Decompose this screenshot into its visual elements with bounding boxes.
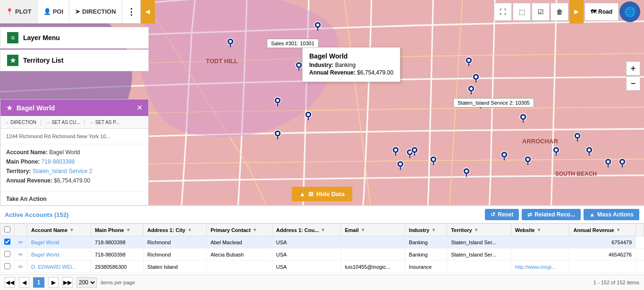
row-checkbox-2[interactable]	[4, 263, 10, 269]
row-account-name-0[interactable]: Bagel World	[27, 236, 91, 249]
delete-button[interactable]: 🗑	[551, 3, 568, 21]
territory-list-label: Territory List	[23, 57, 63, 64]
collapse-left-button[interactable]: ◄	[141, 0, 155, 24]
row-revenue-1: 46546276	[569, 249, 636, 261]
layer-menu-label: Layer Menu	[23, 34, 60, 41]
map-pin-8[interactable]	[430, 156, 437, 165]
plot-label: PLOT	[15, 8, 32, 15]
hide-data-label: Hide Data	[316, 191, 345, 198]
map-pin-16[interactable]	[585, 146, 593, 156]
per-page-select[interactable]: 200 100 50	[76, 277, 97, 288]
table-wrapper: Account Name ▼ Main Phone ▼ Address 1: C…	[0, 224, 644, 274]
row-website-0	[511, 236, 569, 249]
mass-label: Mass Actions	[597, 211, 634, 218]
map-pin-9[interactable]	[411, 146, 418, 156]
country-filter-icon[interactable]: ▼	[321, 227, 325, 232]
bagel-direction-label: DIRECTION	[10, 120, 36, 125]
territory-list-item[interactable]: ★ Territory List	[0, 50, 149, 71]
select-all-checkbox[interactable]	[4, 226, 10, 232]
active-accounts-label[interactable]: Active Accounts (152)	[5, 211, 68, 218]
map-pin-2[interactable]	[295, 61, 303, 71]
related-icon: ⇄	[527, 211, 532, 218]
collapse-right-button[interactable]: ►	[569, 0, 584, 24]
industry-filter-icon[interactable]: ▼	[432, 227, 436, 232]
map-pin-17[interactable]	[604, 158, 612, 167]
map-pin-13[interactable]	[524, 156, 532, 165]
poi-button[interactable]: 👤 POI	[38, 0, 69, 23]
map-pin-6[interactable]	[392, 146, 399, 156]
more-options-button[interactable]: ⋮	[122, 0, 141, 23]
check-button[interactable]: ☑	[532, 3, 550, 21]
row-account-name-1[interactable]: Bagel World	[27, 249, 91, 261]
prev-page-button[interactable]: ◀	[19, 277, 29, 288]
map-pin-1[interactable]	[227, 38, 234, 47]
row-account-name-2[interactable]: D. EDWARD WEI...	[27, 261, 91, 273]
bagel-revenue-value: $6,754,479.00	[54, 177, 90, 184]
road-view-button[interactable]: 🗺 Road	[585, 3, 619, 21]
direction-icon: ➤	[75, 8, 80, 15]
current-page[interactable]: 1	[33, 277, 44, 288]
map-pin-23[interactable]	[465, 57, 473, 66]
first-page-button[interactable]: ◀◀	[5, 277, 15, 288]
row-icon-cell: ✏	[15, 261, 27, 273]
row-edit-icon-1[interactable]: ✏	[18, 251, 23, 258]
primary-contact-filter-icon[interactable]: ▼	[253, 227, 257, 232]
globe-button[interactable]: 🌐	[619, 1, 640, 22]
row-contact-2	[206, 261, 272, 273]
crop-button[interactable]: ⬚	[513, 3, 531, 21]
sales-callout: Sales #301: 10301	[267, 39, 319, 48]
bagel-revenue-label: Annual Revenue:	[6, 177, 52, 184]
map-pin-12[interactable]	[500, 151, 508, 160]
row-checkbox-cell	[0, 236, 15, 249]
reset-button[interactable]: ↺ Reset	[485, 209, 519, 220]
map-pin-10[interactable]	[397, 160, 404, 170]
main-phone-filter-icon[interactable]: ▼	[126, 227, 131, 232]
bagel-set-p-button[interactable]: → SET AS P...	[89, 120, 119, 125]
map-pin-15[interactable]	[574, 132, 581, 141]
bagel-main-phone-value[interactable]: 718-9803398	[42, 158, 75, 165]
layer-menu-item[interactable]: ≡ Layer Menu	[0, 27, 149, 49]
map-pin-22[interactable]	[472, 73, 480, 83]
map-pin-5[interactable]	[274, 130, 281, 139]
city-filter-icon[interactable]: ▼	[187, 227, 192, 232]
hide-data-button[interactable]: ▲ ⊞ Hide Data	[292, 187, 352, 201]
row-icon-col-header	[15, 224, 27, 236]
email-header-label: Email	[345, 227, 358, 233]
row-edit-icon-2[interactable]: ✏	[18, 264, 23, 270]
map-pin-3[interactable]	[274, 97, 281, 106]
zoom-out-button[interactable]: −	[626, 76, 640, 91]
row-edit-icon-0[interactable]: ✏	[18, 239, 23, 246]
email-filter-icon[interactable]: ▼	[361, 227, 365, 232]
territory-filter-icon[interactable]: ▼	[474, 227, 479, 232]
plot-button[interactable]: 📍 PLOT	[0, 0, 38, 23]
map-pin-19[interactable]	[519, 113, 527, 123]
row-revenue-2	[569, 261, 636, 273]
map-pin-18[interactable]	[619, 158, 626, 167]
map-pin-11[interactable]	[463, 167, 470, 177]
related-button[interactable]: ⇄ Related Reco...	[522, 209, 581, 220]
row-checkbox-1[interactable]	[4, 251, 10, 257]
table-header-row: Account Name ▼ Main Phone ▼ Address 1: C…	[0, 224, 644, 236]
map-pin-21[interactable]	[467, 85, 475, 94]
bagel-set-cu-button[interactable]: → SET AS CU...	[45, 120, 80, 125]
direction-button[interactable]: ➤ DIRECTION	[69, 0, 122, 23]
revenue-filter-icon[interactable]: ▼	[616, 227, 621, 232]
website-filter-icon[interactable]: ▼	[537, 227, 542, 232]
row-checkbox-0[interactable]	[4, 239, 10, 245]
bagel-title: Bagel World	[17, 104, 55, 112]
map-pin-4[interactable]	[305, 111, 312, 120]
row-main-phone-2: 29380586300	[91, 261, 143, 273]
mass-actions-button[interactable]: ▲ Mass Actions	[584, 209, 639, 220]
fullscreen-button[interactable]: ⛶	[494, 3, 512, 21]
account-name-filter-icon[interactable]: ▼	[69, 227, 74, 232]
main-phone-col-header: Main Phone ▼	[91, 224, 143, 236]
next-page-button[interactable]: ▶	[48, 277, 59, 288]
bagel-close-button[interactable]: ✕	[136, 103, 143, 112]
zoom-in-button[interactable]: +	[626, 61, 640, 75]
row-icon-cell: ✏	[15, 236, 27, 249]
bagel-direction-button[interactable]: → DIRECTION	[4, 120, 36, 125]
road-label: Road	[598, 8, 612, 15]
bagel-territory-value[interactable]: Staten_Island Service 2	[33, 168, 93, 174]
map-pin-14[interactable]	[552, 146, 560, 156]
last-page-button[interactable]: ▶▶	[62, 277, 73, 288]
